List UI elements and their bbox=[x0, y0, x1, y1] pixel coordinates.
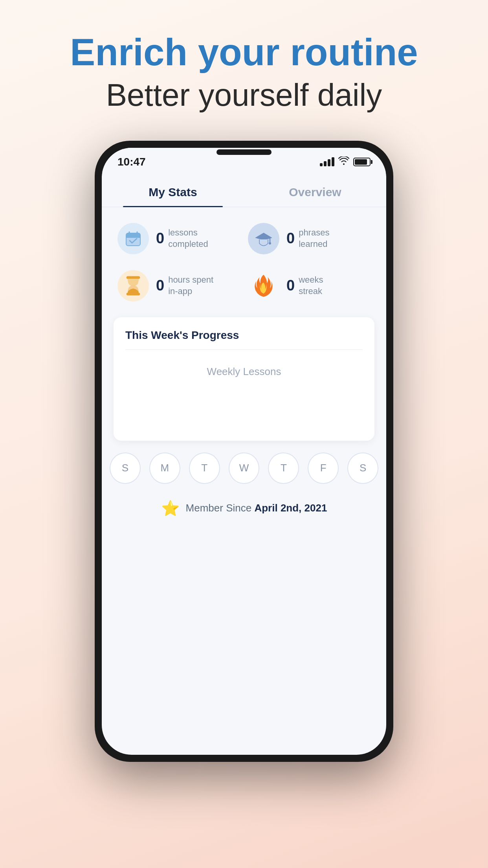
progress-subtitle: Weekly Lessons bbox=[125, 358, 363, 425]
member-since: ⭐ Member Since April 2nd, 2021 bbox=[102, 488, 386, 525]
status-time: 10:47 bbox=[117, 156, 146, 168]
battery-icon bbox=[353, 158, 371, 166]
phone-mockup: 10:47 bbox=[0, 141, 488, 762]
day-saturday: S bbox=[347, 452, 378, 484]
fire-icon bbox=[248, 270, 279, 302]
signal-icon bbox=[320, 157, 334, 166]
hours-count: 0 bbox=[156, 277, 164, 294]
day-sunday: S bbox=[110, 452, 141, 484]
hero-subtitle: Better yourself daily bbox=[0, 77, 488, 113]
stat-lessons-completed: 0 lessonscompleted bbox=[117, 223, 240, 254]
day-wednesday: W bbox=[229, 452, 260, 484]
phone-notch bbox=[216, 149, 272, 155]
phrases-label: phraseslearned bbox=[299, 227, 329, 250]
tab-my-stats[interactable]: My Stats bbox=[102, 176, 244, 207]
hero-section: Enrich your routine Better yourself dail… bbox=[0, 0, 488, 129]
day-circles: S M T W T F S bbox=[102, 449, 386, 488]
stat-hours-spent: 0 hours spentin-app bbox=[117, 270, 240, 302]
streak-count: 0 bbox=[286, 277, 295, 294]
calendar-check-icon bbox=[117, 223, 149, 254]
stat-weeks-streak: 0 weeksstreak bbox=[248, 270, 371, 302]
svg-rect-10 bbox=[127, 293, 140, 295]
hero-title: Enrich your routine bbox=[0, 31, 488, 73]
phone-screen: 10:47 bbox=[102, 148, 386, 755]
phrases-count: 0 bbox=[286, 230, 295, 247]
status-icons bbox=[320, 156, 371, 167]
hourglass-icon bbox=[117, 270, 149, 302]
stats-section: 0 lessonscompleted bbox=[102, 207, 386, 313]
member-since-text: Member Since April 2nd, 2021 bbox=[186, 502, 327, 514]
progress-title: This Week's Progress bbox=[125, 329, 363, 342]
day-friday: F bbox=[308, 452, 339, 484]
streak-label: weeksstreak bbox=[299, 274, 323, 297]
graduation-cap-icon bbox=[248, 223, 279, 254]
star-icon: ⭐ bbox=[161, 500, 180, 517]
day-monday: M bbox=[149, 452, 180, 484]
day-thursday: T bbox=[268, 452, 299, 484]
svg-rect-2 bbox=[126, 236, 140, 238]
progress-divider bbox=[125, 349, 363, 350]
stats-grid: 0 lessonscompleted bbox=[117, 223, 371, 302]
stat-phrases-learned: 0 phraseslearned bbox=[248, 223, 371, 254]
lessons-count: 0 bbox=[156, 230, 164, 247]
tab-bar: My Stats Overview bbox=[102, 176, 386, 207]
wifi-icon bbox=[338, 156, 349, 167]
phone-outer-frame: 10:47 bbox=[95, 141, 393, 762]
hours-label: hours spentin-app bbox=[168, 274, 213, 297]
svg-rect-9 bbox=[127, 276, 140, 279]
lessons-label: lessonscompleted bbox=[168, 227, 208, 250]
progress-card: This Week's Progress Weekly Lessons bbox=[114, 317, 374, 441]
svg-point-8 bbox=[269, 242, 271, 245]
tab-overview[interactable]: Overview bbox=[244, 176, 386, 207]
day-tuesday: T bbox=[189, 452, 220, 484]
